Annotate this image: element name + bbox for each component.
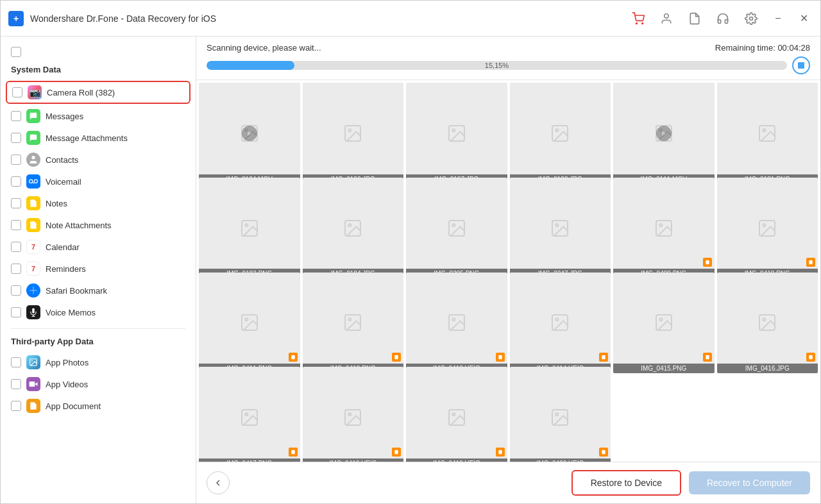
- title-bar: + Wondershare Dr.Fone - Data Recovery fo…: [1, 1, 820, 37]
- photo-badge: [496, 448, 505, 457]
- user-icon[interactable]: [656, 8, 677, 29]
- reminders-icon: 7: [26, 262, 40, 276]
- photo-thumbnail: [717, 273, 818, 374]
- photo-item[interactable]: IMG_0412.PNG: [303, 273, 404, 374]
- sidebar-item-voicemail[interactable]: Voicemail: [1, 171, 196, 192]
- photo-item[interactable]: IMG_0107.JPG: [406, 83, 507, 184]
- safari-checkbox[interactable]: [11, 285, 21, 296]
- photo-item[interactable]: IMG_0415.PNG: [613, 273, 715, 374]
- photo-item[interactable]: IMG_0106.JPG: [303, 83, 404, 184]
- sidebar-item-note-attachments[interactable]: Note Attachments: [1, 214, 196, 236]
- photo-item[interactable]: IMG_0410.PNG: [717, 178, 818, 279]
- stop-scan-button[interactable]: [792, 56, 810, 74]
- sidebar-item-safari[interactable]: Safari Bookmark: [1, 280, 196, 301]
- svg-rect-19: [30, 382, 35, 387]
- messages-checkbox[interactable]: [11, 111, 21, 121]
- sidebar-item-voice-memos[interactable]: Voice Memos: [1, 301, 196, 323]
- photo-thumbnail: [613, 83, 715, 184]
- camera-roll-checkbox[interactable]: [12, 87, 22, 97]
- app-videos-checkbox[interactable]: [11, 379, 21, 389]
- photo-filename: IMG_0419.HEIC: [406, 458, 507, 462]
- back-button[interactable]: [207, 471, 230, 494]
- close-button[interactable]: ✕: [795, 10, 813, 28]
- svg-point-39: [452, 224, 455, 226]
- photo-item[interactable]: IMG_0409.PNG: [613, 178, 715, 279]
- notes-checkbox[interactable]: [11, 198, 21, 208]
- photo-item[interactable]: IMG_0247.JPG: [510, 178, 611, 279]
- progress-row: 15,15%: [207, 56, 810, 74]
- photo-item[interactable]: IMG_0413.HEIC: [406, 273, 507, 374]
- camera-roll-label: Camera Roll (382): [47, 88, 115, 97]
- msg-attach-checkbox[interactable]: [11, 133, 21, 143]
- photo-item[interactable]: IMG_0417.PNG: [199, 367, 300, 462]
- photo-thumbnail: [406, 273, 507, 374]
- photo-item[interactable]: IMG_0414.HEIC: [510, 273, 611, 374]
- photo-item[interactable]: IMG_0205.PNG: [406, 178, 507, 279]
- svg-point-3: [750, 17, 753, 20]
- recover-to-computer-button[interactable]: Recover to Computer: [689, 471, 810, 494]
- sidebar-item-message-attachments[interactable]: Message Attachments: [1, 127, 196, 149]
- cart-icon[interactable]: [628, 8, 648, 29]
- app-doc-checkbox[interactable]: [11, 401, 21, 411]
- third-party-header: Third-party App Data: [1, 334, 196, 351]
- contacts-checkbox[interactable]: [11, 155, 21, 165]
- voice-memos-checkbox[interactable]: [11, 307, 21, 317]
- app-photos-checkbox[interactable]: [11, 357, 21, 367]
- sidebar-item-notes[interactable]: Notes: [1, 192, 196, 214]
- contacts-icon: [26, 153, 40, 167]
- svg-point-49: [349, 319, 351, 321]
- photo-badge: [392, 353, 401, 362]
- msg-attach-icon: [26, 131, 40, 145]
- photo-item[interactable]: IMG_0418.HEIC: [303, 367, 404, 462]
- sidebar-item-calendar[interactable]: 7 Calendar: [1, 236, 196, 258]
- photo-thumbnail: [510, 367, 611, 462]
- svg-point-55: [659, 319, 662, 321]
- svg-point-43: [659, 224, 662, 226]
- sidebar-divider: [11, 328, 185, 329]
- headset-icon[interactable]: [713, 8, 733, 29]
- scan-progress-bar: Scanning device, please wait... Remainin…: [196, 37, 820, 80]
- photo-item[interactable]: IMG_0420.HEIC: [510, 367, 611, 462]
- app-logo: +: [8, 11, 24, 26]
- svg-point-61: [349, 413, 351, 416]
- photo-badge: [599, 448, 608, 457]
- photo-badge: [703, 353, 712, 362]
- document-icon[interactable]: [684, 8, 705, 29]
- voice-memos-icon: [26, 305, 40, 319]
- note-attach-checkbox[interactable]: [11, 220, 21, 230]
- svg-marker-18: [35, 382, 37, 386]
- select-all-checkbox[interactable]: [11, 47, 21, 57]
- sidebar-item-app-videos[interactable]: App Videos: [1, 373, 196, 395]
- progress-text: 15,15%: [485, 62, 509, 69]
- stop-icon: [798, 62, 804, 69]
- photo-item[interactable]: IMG_0181.PNG: [717, 83, 818, 184]
- settings-icon[interactable]: [741, 8, 761, 29]
- photo-item[interactable]: IMG_0183.PNG: [199, 178, 300, 279]
- photo-item[interactable]: IMG_0416.JPG: [717, 273, 818, 374]
- sidebar-item-messages[interactable]: Messages: [1, 105, 196, 127]
- safari-icon: [26, 283, 40, 298]
- photo-item[interactable]: IMG_0419.HEIC: [406, 367, 507, 462]
- calendar-checkbox[interactable]: [11, 242, 21, 252]
- photo-filename: IMG_0415.PNG: [613, 364, 715, 373]
- photo-item[interactable]: IMG_0411.PNG: [199, 273, 300, 374]
- svg-point-5: [30, 180, 33, 183]
- scan-status-text: Scanning device, please wait...: [207, 43, 321, 53]
- sidebar-item-contacts[interactable]: Contacts: [1, 149, 196, 171]
- photo-item[interactable]: IMG_0184.JPG: [303, 178, 404, 279]
- sidebar-item-camera-roll[interactable]: 📷 Camera Roll (382): [6, 81, 190, 104]
- voicemail-checkbox[interactable]: [11, 176, 21, 187]
- photo-badge: [496, 353, 505, 362]
- voicemail-label: Voicemail: [46, 177, 81, 187]
- sidebar-item-app-photos[interactable]: App Photos: [1, 351, 196, 373]
- minimize-button[interactable]: −: [769, 10, 787, 28]
- reminders-checkbox[interactable]: [11, 264, 21, 274]
- restore-to-device-button[interactable]: Restore to Device: [571, 470, 681, 496]
- photo-item[interactable]: IMG_0108.JPG: [510, 83, 611, 184]
- photo-item[interactable]: IMG_0104.MOV: [199, 83, 300, 184]
- photo-badge: [806, 353, 815, 362]
- photo-item[interactable]: IMG_0111.MOV: [613, 83, 715, 184]
- sidebar-item-app-document[interactable]: App Document: [1, 395, 196, 417]
- sidebar-item-reminders[interactable]: 7 Reminders: [1, 258, 196, 280]
- svg-point-47: [245, 319, 248, 321]
